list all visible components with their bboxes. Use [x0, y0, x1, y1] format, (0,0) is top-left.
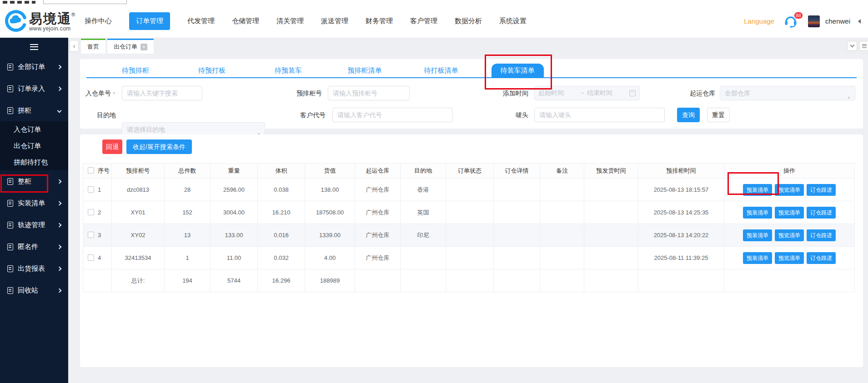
- sidebar-item[interactable]: 订单录入: [0, 78, 68, 99]
- table-cell: XY02: [112, 224, 165, 247]
- sidebar-item[interactable]: 整柜: [0, 170, 68, 192]
- row-action-button[interactable]: 预装清单: [743, 184, 772, 196]
- subtab-4[interactable]: 预排柜清单: [326, 64, 403, 77]
- nav-item[interactable]: 操作中心: [85, 17, 112, 25]
- subtab-5[interactable]: 待打板清单: [403, 64, 479, 77]
- customer-code-label: 客户代号: [294, 108, 326, 122]
- reset-button[interactable]: 重置: [707, 108, 730, 122]
- origin-warehouse-label: 起运仓库: [685, 86, 715, 100]
- start-time-placeholder[interactable]: 起始时间: [538, 89, 578, 97]
- nav-item[interactable]: 系统设置: [499, 17, 527, 25]
- sidebar-subitem[interactable]: 出仓订单: [0, 138, 68, 154]
- nav-item[interactable]: 仓储管理: [232, 17, 259, 25]
- close-icon[interactable]: ×: [140, 44, 147, 50]
- table-cell: [401, 247, 446, 269]
- row-action-button[interactable]: 预装清单: [743, 207, 772, 219]
- list-icon: [862, 44, 867, 48]
- tab-actions-button[interactable]: [859, 41, 868, 51]
- sidebar-item[interactable]: 回收站: [0, 279, 68, 301]
- column-header-label: 预发货时间: [597, 167, 626, 174]
- row-checkbox[interactable]: [88, 209, 94, 215]
- sidebar-subitem-label: 出仓订单: [14, 142, 41, 150]
- sidebar-subitem[interactable]: 入仓订单: [0, 121, 68, 138]
- row-action-button[interactable]: 预览清单: [775, 229, 804, 241]
- row-checkbox[interactable]: [88, 254, 94, 261]
- container-no-label: 预排柜号: [294, 86, 322, 100]
- document-icon: [7, 265, 13, 272]
- page-tab[interactable]: 首页: [81, 39, 105, 54]
- shipping-mark-input[interactable]: [534, 108, 665, 122]
- user-avatar[interactable]: [808, 15, 820, 27]
- chevron-right-icon: [57, 288, 62, 293]
- row-action-button[interactable]: 预装清单: [743, 229, 772, 241]
- nav-item[interactable]: 代发管理: [187, 17, 215, 25]
- language-link[interactable]: Language: [744, 17, 774, 25]
- toggle-search-button[interactable]: 收起/展开搜索条件: [126, 139, 192, 154]
- nav-item[interactable]: 清关管理: [276, 17, 304, 25]
- chevron-right-icon: [57, 244, 62, 249]
- totals-cell: 194: [165, 269, 211, 292]
- sidebar-item[interactable]: 全部订单: [0, 56, 68, 78]
- sidebar-item[interactable]: 实装清单: [0, 192, 68, 214]
- subtab-3[interactable]: 待预装车: [250, 64, 326, 77]
- user-menu-caret-icon[interactable]: [856, 19, 861, 24]
- row-action-button[interactable]: 订仓跟进: [807, 207, 836, 219]
- nav-item[interactable]: 数据分析: [455, 17, 482, 25]
- table-body: 1dzc0813282596.000.038138.00广州仓库香港2025-0…: [83, 179, 855, 292]
- row-action-button[interactable]: 预览清单: [775, 207, 804, 219]
- table-cell: dzc0813: [112, 179, 165, 201]
- column-header: 体积: [258, 164, 305, 179]
- page-tab[interactable]: 出仓订单×: [107, 39, 154, 54]
- totals-cell: 16.296: [258, 269, 305, 292]
- table-row: 3XY0213133.000.0161339.00广州仓库印尼2025-08-1…: [83, 224, 855, 247]
- subtab-6[interactable]: 待装车清单: [479, 64, 556, 77]
- nav-item[interactable]: 订单管理: [129, 12, 170, 30]
- column-header-label: 操作: [783, 167, 795, 174]
- customer-code-input[interactable]: [332, 108, 452, 122]
- tab-overflow-button[interactable]: [847, 41, 857, 51]
- sidebar-item[interactable]: 轨迹管理: [0, 214, 68, 236]
- date-separator: ~: [581, 90, 584, 97]
- chevron-right-icon: [57, 223, 62, 227]
- nav-item[interactable]: 客户管理: [410, 17, 437, 25]
- username-label[interactable]: chenwei: [825, 17, 850, 25]
- sidebar-item[interactable]: 出货报表: [0, 258, 68, 279]
- nav-item[interactable]: 派送管理: [321, 17, 348, 25]
- table-cell: [540, 224, 584, 247]
- nav-item[interactable]: 财务管理: [366, 17, 393, 25]
- brand-logo[interactable]: 易境通® www.yejoin.com: [5, 10, 75, 34]
- tab-scroll-left-button[interactable]: ‹: [70, 40, 79, 52]
- totals-cell: [401, 269, 446, 292]
- calendar-icon[interactable]: [629, 90, 636, 96]
- sidebar-item[interactable]: 拼柜: [0, 99, 68, 121]
- sidebar-subitem[interactable]: 拼邮待打包: [0, 154, 68, 170]
- customer-service-icon[interactable]: 88: [783, 15, 799, 28]
- row-action-button[interactable]: 订仓跟进: [807, 252, 836, 264]
- search-button[interactable]: 查询: [677, 108, 700, 122]
- end-time-placeholder[interactable]: 结束时间: [587, 89, 627, 97]
- row-action-button[interactable]: 订仓跟进: [807, 229, 836, 241]
- origin-warehouse-select[interactable]: 全部仓库 ▼: [720, 86, 855, 100]
- column-header-label: 序号: [98, 167, 110, 174]
- select-all-checkbox[interactable]: [88, 167, 94, 174]
- row-actions: 预装清单预览清单订仓跟进: [724, 229, 854, 241]
- subtab-2[interactable]: 待预打板: [174, 64, 250, 77]
- row-action-button[interactable]: 预装清单: [743, 252, 772, 264]
- row-action-button[interactable]: 订仓跟进: [807, 184, 836, 196]
- row-action-button[interactable]: 预览清单: [775, 184, 804, 196]
- container-no-input[interactable]: [328, 86, 410, 100]
- sidebar-collapse-button[interactable]: [0, 38, 68, 56]
- row-checkbox[interactable]: [88, 232, 94, 238]
- row-actions: 预装清单预览清单订仓跟进: [724, 207, 854, 219]
- totals-cell: [446, 269, 494, 292]
- row-checkbox[interactable]: [88, 186, 94, 193]
- rollback-button[interactable]: 回退: [102, 139, 122, 154]
- warehouse-order-input[interactable]: [122, 86, 202, 100]
- sidebar-item[interactable]: 匿名件: [0, 236, 68, 258]
- totals-cell: [638, 269, 724, 292]
- label-caret-icon[interactable]: ▼: [112, 91, 116, 95]
- row-action-button[interactable]: 预览清单: [775, 252, 804, 264]
- table-row: 2XY011523004.0016.210187508.00广州仓库英国2025…: [83, 201, 855, 224]
- add-time-range-input[interactable]: 起始时间 ~ 结束时间: [534, 86, 640, 100]
- subtab-1[interactable]: 待预排柜: [97, 64, 174, 77]
